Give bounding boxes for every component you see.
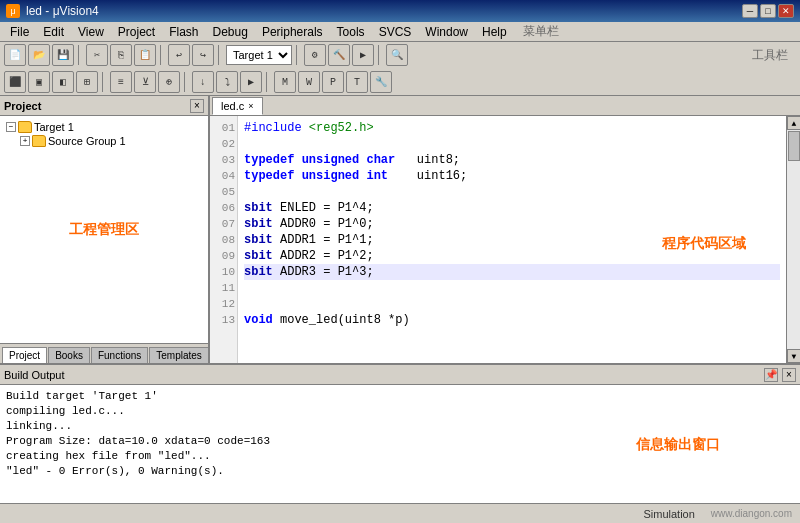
tb-toolbox[interactable]: 🔧 bbox=[370, 71, 392, 93]
build-panel-close[interactable]: × bbox=[782, 368, 796, 382]
kw-typedef-3: typedef bbox=[244, 153, 294, 167]
menu-debug[interactable]: Debug bbox=[207, 23, 254, 41]
tb-r1[interactable]: ⬛ bbox=[4, 71, 26, 93]
new-icon: 📄 bbox=[9, 49, 21, 61]
tb-new[interactable]: 📄 bbox=[4, 44, 26, 66]
tb-mem[interactable]: M bbox=[274, 71, 296, 93]
maximize-button[interactable]: □ bbox=[760, 4, 776, 18]
tb-debug[interactable]: ▶ bbox=[352, 44, 374, 66]
build-output-content: Build target 'Target 1' compiling led.c.… bbox=[0, 385, 800, 503]
tb-redo[interactable]: ↪ bbox=[192, 44, 214, 66]
menu-svcs[interactable]: SVCS bbox=[373, 23, 418, 41]
code-line-9: sbit ADDR2 = P1^2; bbox=[244, 248, 780, 264]
tb-find[interactable]: 🔍 bbox=[386, 44, 408, 66]
line-num-13: 13 bbox=[212, 312, 235, 328]
r1-icon: ⬛ bbox=[9, 76, 21, 88]
line-num-6: 06 bbox=[212, 200, 235, 216]
kw-sbit-10: sbit bbox=[244, 265, 273, 279]
code-area[interactable]: #include <reg52.h> typedef unsigned char… bbox=[238, 116, 786, 363]
r4-icon: ⊞ bbox=[84, 76, 90, 88]
right-panel: led.c × 01 02 03 04 05 06 07 08 09 10 11 bbox=[210, 96, 800, 363]
tb-copy[interactable]: ⎘ bbox=[110, 44, 132, 66]
menu-file[interactable]: File bbox=[4, 23, 35, 41]
minimize-button[interactable]: ─ bbox=[742, 4, 758, 18]
tb-r5[interactable]: ≡ bbox=[110, 71, 132, 93]
tb-sep3 bbox=[218, 45, 222, 65]
close-button[interactable]: ✕ bbox=[778, 4, 794, 18]
tb-watch[interactable]: W bbox=[298, 71, 320, 93]
project-panel-close[interactable]: × bbox=[190, 99, 204, 113]
r2-icon: ▣ bbox=[36, 76, 42, 88]
debug-icon: ▶ bbox=[360, 49, 366, 61]
code-line-5 bbox=[244, 184, 780, 200]
menu-window[interactable]: Window bbox=[419, 23, 474, 41]
addr1-decl: ADDR1 = P1^1; bbox=[280, 233, 374, 247]
tb-sep4 bbox=[296, 45, 300, 65]
tb-r3[interactable]: ◧ bbox=[52, 71, 74, 93]
build-line-6: "led" - 0 Error(s), 0 Warning(s). bbox=[6, 464, 794, 479]
build-icon: ⚙ bbox=[312, 49, 318, 61]
tb-run[interactable]: ▶ bbox=[240, 71, 262, 93]
menu-bar: File Edit View Project Flash Debug Perip… bbox=[0, 22, 800, 42]
tb-r4[interactable]: ⊞ bbox=[76, 71, 98, 93]
trace-icon: T bbox=[354, 77, 360, 88]
menu-view[interactable]: View bbox=[72, 23, 110, 41]
menu-tools[interactable]: Tools bbox=[331, 23, 371, 41]
tb-stepover[interactable]: ⤵ bbox=[216, 71, 238, 93]
tb-r7[interactable]: ⊕ bbox=[158, 71, 180, 93]
line-num-8: 08 bbox=[212, 232, 235, 248]
build-panel-pin[interactable]: 📌 bbox=[764, 368, 778, 382]
tb-cut[interactable]: ✂ bbox=[86, 44, 108, 66]
tab-project[interactable]: Project bbox=[2, 347, 47, 363]
scrollbar-track[interactable] bbox=[787, 130, 800, 349]
build-output-title-bar: Build Output 📌 × bbox=[0, 365, 800, 385]
tb-paste[interactable]: 📋 bbox=[134, 44, 156, 66]
r6-icon: ⊻ bbox=[142, 76, 149, 88]
menu-project[interactable]: Project bbox=[112, 23, 161, 41]
tb-r2[interactable]: ▣ bbox=[28, 71, 50, 93]
tab-books[interactable]: Books bbox=[48, 347, 90, 363]
code-line-4: typedef unsigned int uint16; bbox=[244, 168, 780, 184]
kw-unsigned-4: unsigned bbox=[302, 169, 360, 183]
menu-help[interactable]: Help bbox=[476, 23, 513, 41]
tb-step[interactable]: ↓ bbox=[192, 71, 214, 93]
target-select[interactable]: Target 1 bbox=[226, 45, 292, 65]
tb-trace[interactable]: T bbox=[346, 71, 368, 93]
scrollbar-down-btn[interactable]: ▼ bbox=[787, 349, 800, 363]
scrollbar-thumb[interactable] bbox=[788, 131, 800, 161]
tb-r6[interactable]: ⊻ bbox=[134, 71, 156, 93]
expand-icon[interactable]: − bbox=[6, 122, 16, 132]
tb-save[interactable]: 💾 bbox=[52, 44, 74, 66]
tb-perf[interactable]: P bbox=[322, 71, 344, 93]
tree-source-group[interactable]: + Source Group 1 bbox=[18, 134, 204, 148]
watch-icon: W bbox=[306, 77, 312, 88]
tb-open[interactable]: 📂 bbox=[28, 44, 50, 66]
tab-led-c-label: led.c bbox=[221, 100, 244, 112]
perf-icon: P bbox=[330, 77, 336, 88]
tree-root[interactable]: − Target 1 bbox=[4, 120, 204, 134]
code-line-12 bbox=[244, 296, 780, 312]
editor-scrollbar: ▲ ▼ bbox=[786, 116, 800, 363]
copy-icon: ⎘ bbox=[118, 50, 124, 61]
directive-include: #include bbox=[244, 121, 302, 135]
code-line-8: sbit ADDR1 = P1^1; bbox=[244, 232, 780, 248]
tb-sep8 bbox=[266, 72, 270, 92]
menu-edit[interactable]: Edit bbox=[37, 23, 70, 41]
source-group-expand-icon[interactable]: + bbox=[20, 136, 30, 146]
title-bar: μ led - μVision4 ─ □ ✕ bbox=[0, 0, 800, 22]
tab-led-c[interactable]: led.c × bbox=[212, 97, 263, 115]
tab-templates[interactable]: Templates bbox=[149, 347, 209, 363]
toolbar-area: 📄 📂 💾 ✂ ⎘ 📋 ↩ ↪ Target 1 ⚙ 🔨 ▶ 🔍 工具栏 ⬛ ▣ bbox=[0, 42, 800, 96]
code-line-6: sbit ENLED = P1^4; bbox=[244, 200, 780, 216]
tb-rebuild[interactable]: 🔨 bbox=[328, 44, 350, 66]
scrollbar-up-btn[interactable]: ▲ bbox=[787, 116, 800, 130]
tab-led-c-close[interactable]: × bbox=[248, 101, 253, 111]
menu-peripherals[interactable]: Peripherals bbox=[256, 23, 329, 41]
r7-icon: ⊕ bbox=[166, 76, 172, 88]
tab-functions[interactable]: Functions bbox=[91, 347, 148, 363]
menu-flash[interactable]: Flash bbox=[163, 23, 204, 41]
left-panel: Project × − Target 1 + Source Group 1 工程… bbox=[0, 96, 210, 363]
tb-undo[interactable]: ↩ bbox=[168, 44, 190, 66]
kw-sbit-8: sbit bbox=[244, 233, 273, 247]
tb-build[interactable]: ⚙ bbox=[304, 44, 326, 66]
